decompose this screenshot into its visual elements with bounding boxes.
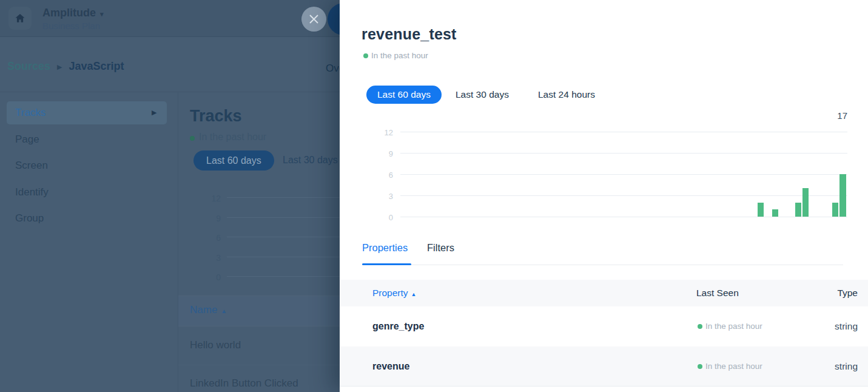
bg-table-divider	[178, 296, 340, 296]
sidebar-item-group[interactable]: Group	[15, 212, 44, 225]
y-axis-tick-label: 12	[205, 194, 221, 203]
org-switcher[interactable]: Amplitude▾	[42, 7, 104, 19]
breadcrumb-sources-link[interactable]: Sources	[7, 60, 50, 73]
bg-table-row-hello-world[interactable]: Hello world	[190, 339, 241, 351]
bg-range-last-60-days[interactable]: Last 60 days	[193, 150, 274, 171]
properties-table-header: Property▲ Last Seen Type	[340, 280, 868, 306]
chart-bar[interactable]	[839, 174, 846, 217]
event-detail-panel: revenue_test In the past hour Last 60 da…	[340, 0, 868, 392]
chart-gridline	[227, 237, 340, 237]
bg-status-dot-icon	[190, 136, 195, 141]
table-row-genre-type[interactable]: genre_type In the past hour string	[340, 306, 868, 346]
chart-gridline	[400, 132, 847, 132]
chart-gridline	[227, 217, 340, 218]
y-axis-tick-label: 9	[205, 214, 221, 223]
column-type-label: Type	[837, 288, 858, 299]
close-icon	[309, 14, 319, 24]
event-title: revenue_test	[362, 25, 457, 43]
bg-name-label: Name	[190, 304, 217, 316]
chart-bar[interactable]	[795, 203, 801, 217]
bg-status-text: In the past hour	[199, 132, 266, 143]
properties-table: Property▲ Last Seen Type genre_type In t…	[340, 280, 868, 387]
event-last-seen: In the past hour	[371, 51, 428, 60]
chart-gridline	[400, 174, 847, 175]
breadcrumb-current: JavaScript	[69, 60, 124, 73]
column-property-label: Property	[372, 288, 408, 298]
y-axis-tick-label: 0	[205, 272, 221, 282]
status-dot-icon	[363, 53, 368, 58]
chart-bar[interactable]	[802, 188, 809, 217]
sidebar-item-tracks[interactable]: Tracks	[15, 107, 45, 119]
chart-gridline	[227, 197, 340, 198]
home-icon	[14, 12, 26, 24]
active-tab-underline	[362, 263, 411, 265]
bg-range-last-30-days[interactable]: Last 30 days	[283, 155, 338, 166]
column-last-seen-label: Last Seen	[696, 288, 739, 299]
org-plan-label: Business Plan	[42, 21, 100, 31]
chart-bar[interactable]	[772, 209, 778, 217]
range-last-24-hours[interactable]: Last 24 hours	[538, 89, 595, 100]
property-type: string	[835, 361, 858, 372]
chart-total-count: 17	[837, 110, 847, 121]
sidebar-divider	[178, 92, 178, 392]
y-axis-tick-label: 9	[375, 149, 393, 158]
property-type: string	[835, 321, 858, 332]
chart-gridline	[227, 276, 340, 277]
breadcrumb: Sources ▶ JavaScript	[7, 60, 124, 73]
status-dot-icon	[698, 364, 702, 369]
org-name: Amplitude	[42, 7, 96, 19]
bg-table-divider	[178, 326, 340, 326]
tab-filters[interactable]: Filters	[427, 242, 454, 254]
chart-gridline	[400, 195, 847, 196]
chart-bar[interactable]	[758, 203, 764, 217]
chart-gridline	[227, 257, 340, 257]
sidebar-item-page[interactable]: Page	[15, 133, 39, 146]
bg-table-row-linkedin[interactable]: LinkedIn Button Clicked	[190, 377, 298, 390]
tab-properties[interactable]: Properties	[362, 242, 408, 254]
bg-event-volume-chart: 129630	[227, 197, 340, 276]
tab-divider	[362, 265, 843, 265]
y-axis-tick-label: 3	[205, 253, 221, 263]
breadcrumb-divider	[0, 92, 340, 92]
property-last-seen: In the past hour	[705, 322, 762, 331]
chevron-right-icon: ▶	[152, 109, 156, 117]
bg-page-title: Tracks	[190, 107, 242, 126]
table-row-revenue[interactable]: revenue In the past hour string	[340, 346, 868, 387]
sidebar-item-screen[interactable]: Screen	[15, 160, 48, 172]
breadcrumb-separator-icon: ▶	[57, 63, 62, 71]
range-last-60-days[interactable]: Last 60 days	[366, 86, 442, 104]
chart-gridline	[400, 153, 847, 154]
y-axis-tick-label: 0	[375, 213, 393, 222]
bg-table-divider	[178, 365, 340, 365]
property-name: revenue	[372, 361, 409, 372]
sort-asc-icon: ▲	[221, 308, 227, 314]
chart-bar[interactable]	[832, 203, 838, 217]
range-last-30-days[interactable]: Last 30 days	[456, 89, 509, 100]
column-property-sort[interactable]: Property▲	[372, 288, 417, 299]
chevron-down-icon: ▾	[100, 10, 104, 18]
sidebar-item-identify[interactable]: Identify	[15, 186, 49, 198]
y-axis-tick-label: 3	[375, 192, 393, 201]
property-name: genre_type	[372, 321, 424, 332]
event-volume-chart: 129630	[400, 132, 847, 217]
y-axis-tick-label: 12	[375, 128, 393, 137]
status-dot-icon	[698, 324, 702, 329]
bg-sort-name-header[interactable]: Name▲	[190, 304, 227, 316]
chart-gridline	[400, 217, 847, 217]
close-panel-button[interactable]	[301, 7, 326, 32]
home-button[interactable]	[8, 7, 32, 30]
y-axis-tick-label: 6	[375, 171, 393, 180]
sort-asc-icon: ▲	[411, 291, 417, 297]
app-window: Amplitude▾ Business Plan Overview Source…	[0, 0, 868, 392]
property-last-seen: In the past hour	[705, 362, 762, 371]
y-axis-tick-label: 6	[205, 233, 221, 243]
